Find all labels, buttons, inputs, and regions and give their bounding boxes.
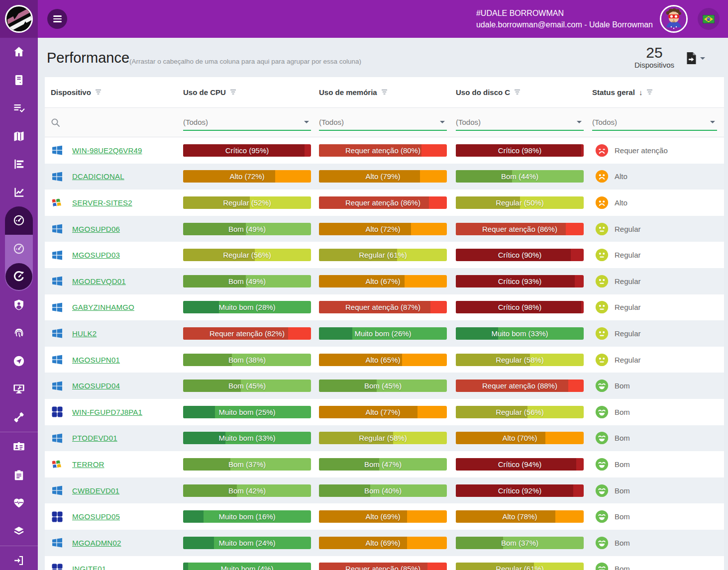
filter-dropdown[interactable]: (Todos)	[592, 114, 717, 131]
sidebar-item-bar-chart[interactable]	[0, 150, 38, 179]
status-label: Bom	[615, 512, 630, 521]
os-win-flat-icon	[51, 170, 64, 183]
column-header[interactable]: Uso do disco C	[456, 88, 592, 96]
column-header[interactable]: Uso de memória	[319, 88, 456, 96]
sidebar-item-usb[interactable]	[0, 403, 38, 432]
disk-usage-bar: Crítico (98%)	[456, 144, 584, 157]
filter-icon[interactable]	[95, 90, 102, 95]
status-emoji-icon	[595, 300, 609, 314]
device-link[interactable]: SERVER-SITES2	[72, 198, 132, 207]
language-button[interactable]	[698, 8, 720, 30]
device-link[interactable]: INGITE01	[72, 565, 106, 570]
device-link[interactable]: WIN-FGUPD7J8PA1	[72, 408, 142, 416]
sidebar-item-map[interactable]	[0, 122, 38, 151]
filter-dropdown[interactable]: (Todos)	[456, 114, 584, 131]
status-cell: Requer atenção	[592, 144, 724, 157]
sidebar-item-fingerprint[interactable]	[0, 319, 38, 347]
memory-usage-bar-label: Alto (69%)	[319, 537, 447, 549]
column-label: Uso do disco C	[456, 88, 510, 96]
sidebar-item-send[interactable]	[0, 347, 38, 376]
filter-icon[interactable]	[230, 90, 236, 95]
cpu-usage-bar-label: Muito bom (28%)	[183, 301, 311, 313]
sidebar-item-gauge[interactable]	[5, 206, 33, 235]
device-link[interactable]: GABYZINHAMGO	[72, 303, 134, 311]
sidebar-item-gauge-sub[interactable]	[5, 235, 33, 263]
device-link[interactable]: MGOSUPD03	[72, 251, 120, 259]
table-row: PTODEVD01Muito bom (33%)Regular (58%)Alt…	[45, 425, 724, 452]
device-search-input[interactable]	[64, 118, 156, 127]
device-link[interactable]: MGOSUPD05	[72, 512, 120, 521]
device-link[interactable]: MGOADMN02	[72, 539, 121, 547]
filter-dropdown[interactable]: (Todos)	[319, 114, 447, 131]
os-win-flat-icon	[51, 275, 64, 287]
device-link[interactable]: HULK2	[72, 329, 97, 338]
sidebar-item-id-card[interactable]	[0, 433, 38, 461]
column-header[interactable]: Dispositivo	[51, 88, 183, 96]
device-link[interactable]: CWBDEVD01	[72, 486, 119, 495]
user-avatar[interactable]	[660, 5, 688, 33]
os-win-flat-icon	[51, 353, 64, 366]
filter-dropdown[interactable]: (Todos)	[183, 114, 311, 131]
cpu-usage-bar: Bom (37%)	[183, 458, 311, 471]
device-link[interactable]: MGOSUPD04	[72, 381, 120, 390]
filter-icon[interactable]	[646, 90, 653, 95]
status-emoji-icon	[595, 379, 609, 392]
filter-cell-3: (Todos)	[456, 114, 592, 131]
status-label: Bom	[615, 460, 630, 469]
status-cell: Bom	[592, 379, 724, 392]
devices-table: DispositivoUso de CPUUso de memóriaUso d…	[45, 77, 724, 570]
sidebar-item-logout[interactable]	[0, 547, 38, 570]
disk-usage-bar-label: Regular (61%)	[456, 563, 584, 570]
device-link[interactable]: PTODEVD01	[72, 434, 117, 442]
column-header[interactable]: Uso de CPU	[183, 88, 319, 96]
device-link[interactable]: MGOSUPN01	[72, 356, 120, 364]
device-cell: MGOSUPD03	[45, 249, 183, 262]
device-link[interactable]: MGODEVQD01	[72, 277, 126, 285]
column-header[interactable]: Status geral↓	[592, 88, 653, 96]
app-logo-icon[interactable]	[5, 5, 33, 33]
table-row: MGOSUPN01Bom (38%)Alto (65%)Regular (58%…	[45, 347, 724, 373]
filter-icon[interactable]	[514, 90, 520, 95]
cpu-cell: Bom (42%)	[183, 484, 319, 497]
disk-usage-bar: Crítico (90%)	[456, 249, 584, 261]
device-link[interactable]: MGOSUPD06	[72, 225, 120, 233]
device-cell: MGODEVQD01	[45, 275, 183, 287]
cpu-usage-bar: Muito bom (33%)	[183, 432, 311, 444]
sidebar-item-remote-desktop[interactable]	[0, 375, 38, 403]
memory-cell: Bom (45%)	[319, 380, 456, 392]
sidebar-item-server[interactable]	[0, 66, 38, 95]
disk-usage-bar: Regular (56%)	[456, 406, 584, 418]
device-link[interactable]: TERROR	[72, 460, 104, 469]
cpu-usage-bar: Bom (45%)	[183, 380, 311, 392]
menu-toggle-button[interactable]	[47, 9, 67, 29]
sidebar-item-heart-pulse[interactable]	[0, 489, 38, 517]
disk-usage-bar-label: Alto (78%)	[456, 510, 584, 523]
device-cell: SERVER-SITES2	[45, 196, 183, 209]
memory-usage-bar: Requer atenção (86%)	[319, 196, 447, 209]
memory-usage-bar: Muito bom (26%)	[319, 327, 447, 340]
table-row: INGITE01Muito bom (4%)Requer atenção (85…	[45, 556, 724, 570]
sidebar-item-user-shield[interactable]	[0, 291, 38, 319]
sidebar-item-list-check[interactable]	[0, 94, 38, 122]
sidebar-item-disk-gauge[interactable]	[5, 263, 33, 291]
os-win-dark-icon	[51, 405, 64, 418]
filter-dropdown-value: (Todos)	[319, 118, 344, 126]
memory-cell: Alto (67%)	[319, 275, 456, 287]
sidebar-item-line-chart[interactable]	[0, 179, 38, 207]
sort-desc-icon[interactable]: ↓	[639, 88, 643, 96]
status-cell: Regular	[592, 353, 724, 367]
page-title: Performance	[47, 50, 129, 66]
sidebar-item-clipboard[interactable]	[0, 461, 38, 489]
cpu-cell: Muito bom (4%)	[183, 563, 319, 570]
disk-cell: Crítico (98%)	[456, 301, 592, 313]
device-link[interactable]: WIN-98UE2Q6VR49	[72, 146, 142, 155]
filter-icon[interactable]	[381, 90, 388, 95]
sidebar-item-layers[interactable]	[0, 517, 38, 546]
device-link[interactable]: DCADICIONAL	[72, 172, 124, 181]
disk-usage-bar: Crítico (92%)	[456, 484, 584, 497]
memory-cell: Alto (69%)	[319, 510, 456, 523]
sidebar-item-home[interactable]	[0, 38, 38, 66]
memory-cell: Bom (47%)	[319, 458, 456, 471]
export-button[interactable]	[686, 52, 705, 65]
cpu-cell: Muito bom (33%)	[183, 432, 319, 444]
